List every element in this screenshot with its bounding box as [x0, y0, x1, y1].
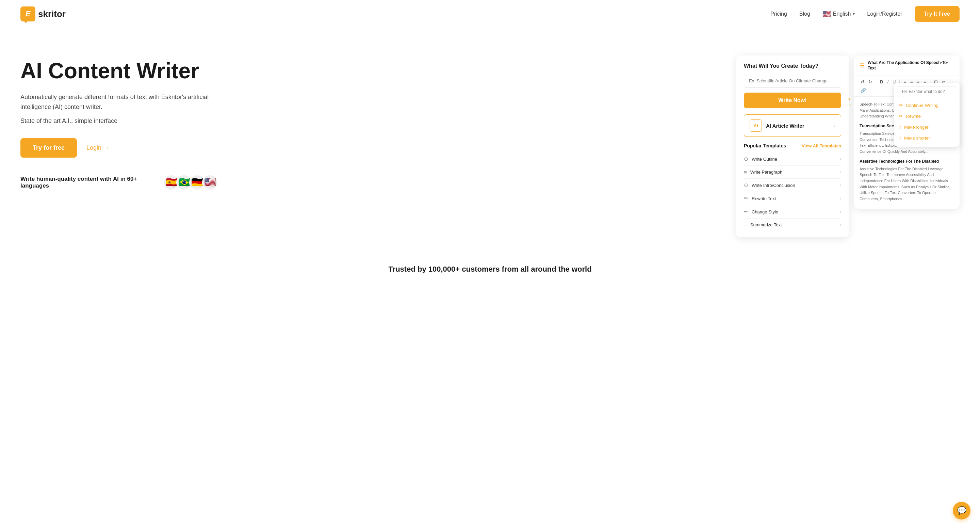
chevron-right-icon: › — [834, 123, 835, 128]
continue-writing-label: Continue Writing — [906, 103, 939, 108]
template-change-style[interactable]: ✒ Change Style › — [744, 205, 841, 218]
editor-title: What Are The Applications Of Speech-To-T… — [868, 60, 954, 71]
chevron-right-icon: › — [840, 183, 841, 188]
template-write-paragraph[interactable]: ≡ Write Paragraph › — [744, 166, 841, 178]
ai-article-label: AI Article Writer — [766, 123, 804, 129]
arrow-icon: → — [103, 144, 110, 151]
chevron-down-icon: ▾ — [853, 11, 855, 16]
undo-button[interactable]: ↺ — [859, 79, 865, 85]
hero-left: AI Content Writer Automatically generate… — [21, 52, 218, 190]
chevron-right-icon: › — [840, 209, 841, 214]
paragraph-icon: ≡ — [744, 169, 747, 175]
make-shorter-option[interactable]: ↕ Make shorter — [894, 132, 959, 143]
ai-article-writer-box[interactable]: AI AI Article Writer › — [744, 115, 841, 137]
logo[interactable]: E skritor — [21, 6, 66, 21]
ai-icon: AI — [749, 120, 762, 132]
creator-card: What Will You Create Today? Write Now! A… — [737, 56, 849, 237]
rewrite-icon: ✏ — [744, 195, 748, 202]
make-longer-icon: ↕ — [899, 124, 901, 130]
hero-languages: Write human-quality content with AI in 6… — [21, 175, 218, 190]
template-label: Change Style — [752, 209, 778, 215]
popular-templates-title: Popular Templates — [744, 143, 786, 148]
try-for-free-button[interactable]: Try for free — [21, 138, 77, 158]
star-icon: ✦ — [847, 96, 851, 102]
try-it-free-button[interactable]: Try It Free — [915, 6, 959, 22]
hero-subtitle: State of the art A.I., simple interface — [21, 118, 218, 124]
trusted-text: Trusted by 100,000+ customers from all a… — [388, 265, 592, 273]
hero-right: What Will You Create Today? Write Now! A… — [737, 56, 959, 237]
view-all-templates-link[interactable]: View All Templates — [802, 143, 841, 148]
template-summarize[interactable]: ≡ Summarize Text › — [744, 218, 841, 231]
link-button[interactable]: 🔗 — [859, 87, 867, 94]
outline-icon: ⊙ — [744, 156, 748, 162]
template-label: Write Intro/Conclusion — [752, 183, 795, 188]
trusted-section: Trusted by 100,000+ customers from all a… — [0, 251, 980, 280]
templates-list: ⊙ Write Outline › ≡ Write Paragraph › ⊙ — [744, 153, 841, 231]
creator-input[interactable] — [744, 74, 841, 88]
template-label: Write Outline — [752, 156, 777, 162]
nav-pricing[interactable]: Pricing — [770, 11, 787, 17]
chevron-right-icon: › — [840, 156, 841, 161]
nav-links: Pricing Blog 🇺🇸 English ▾ Login/Register… — [770, 6, 959, 22]
ai-popup-input[interactable] — [898, 86, 956, 97]
style-icon: ✒ — [744, 209, 748, 215]
rewrite-label: Rewrite — [906, 114, 921, 119]
section2-title: Assistive Technologies For The Disabled — [859, 158, 954, 165]
template-label: Summarize Text — [750, 222, 782, 228]
login-link[interactable]: Login → — [86, 144, 110, 151]
write-now-button[interactable]: Write Now! — [744, 92, 841, 108]
intro-icon: ⊙ — [744, 182, 748, 188]
template-write-intro[interactable]: ⊙ Write Intro/Conclusion › — [744, 178, 841, 192]
stars-decoration: ✦ ✦ — [847, 96, 851, 107]
ai-popup: ✏ Continue Writing ✏ Rewrite ↕ Make long… — [894, 83, 959, 147]
section2-text: Assistive Technologies For The Disabled … — [859, 166, 954, 202]
logo-icon: E — [21, 6, 35, 21]
editor-wrap: ☰ What Are The Applications Of Speech-To… — [854, 56, 959, 209]
creator-card-title: What Will You Create Today? — [744, 63, 841, 69]
nav-blog[interactable]: Blog — [799, 11, 810, 17]
star-icon: ✦ — [849, 103, 851, 107]
nav-login-register[interactable]: Login/Register — [867, 11, 902, 17]
template-label: Write Paragraph — [750, 169, 782, 175]
menu-icon: ☰ — [859, 62, 864, 69]
rewrite-icon: ✏ — [899, 113, 903, 119]
languages-text: Write human-quality content with AI in 6… — [21, 176, 159, 189]
logo-name: skritor — [38, 9, 66, 19]
template-write-outline[interactable]: ⊙ Write Outline › — [744, 153, 841, 166]
make-shorter-label: Make shorter — [904, 135, 930, 140]
make-shorter-icon: ↕ — [899, 135, 901, 140]
navbar: E skritor Pricing Blog 🇺🇸 English ▾ Logi… — [0, 0, 980, 28]
hero-section: AI Content Writer Automatically generate… — [0, 28, 980, 251]
editor-header: ☰ What Are The Applications Of Speech-To… — [854, 56, 959, 76]
template-rewrite-text[interactable]: ✏ Rewrite Text › — [744, 192, 841, 205]
separator — [876, 80, 876, 84]
continue-icon: ✏ — [899, 102, 903, 108]
chevron-right-icon: › — [840, 170, 841, 175]
hero-cta: Try for free Login → — [21, 138, 218, 158]
make-longer-option[interactable]: ↕ Make longer — [894, 121, 959, 132]
language-selector[interactable]: 🇺🇸 English ▾ — [822, 10, 855, 18]
flags-row: 🇪🇸 🇧🇷 🇩🇪 🇺🇸 — [163, 175, 218, 190]
italic-button[interactable]: I — [886, 79, 889, 85]
continue-writing-option[interactable]: ✏ Continue Writing — [894, 100, 959, 111]
summarize-icon: ≡ — [744, 222, 747, 228]
hero-description: Automatically generate different formats… — [21, 92, 218, 112]
hero-title: AI Content Writer — [21, 59, 218, 83]
chevron-right-icon: › — [840, 223, 841, 228]
templates-header: Popular Templates View All Templates — [744, 143, 841, 148]
language-label: English — [833, 11, 851, 17]
flag-icon: 🇺🇸 — [822, 10, 831, 18]
chevron-right-icon: › — [840, 196, 841, 201]
flag-usa: 🇺🇸 — [202, 175, 218, 190]
make-longer-label: Make longer — [904, 124, 929, 130]
rewrite-option[interactable]: ✏ Rewrite — [894, 111, 959, 121]
redo-button[interactable]: ↻ — [867, 79, 873, 85]
bold-button[interactable]: B — [879, 79, 884, 85]
template-label: Rewrite Text — [752, 196, 776, 201]
